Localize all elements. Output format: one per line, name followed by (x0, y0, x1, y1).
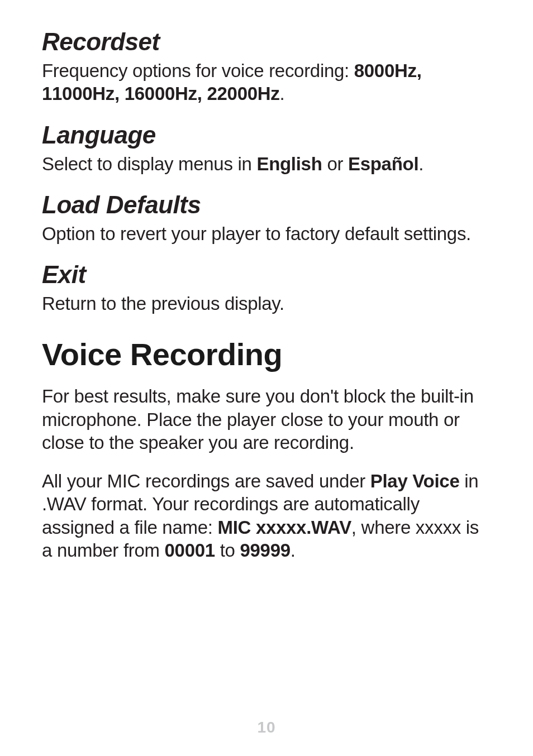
heading-language: Language (42, 121, 491, 149)
text-load-defaults: Option to revert your player to factory … (42, 222, 491, 245)
text-fragment: Select to display menus in (42, 154, 256, 174)
text-bold: Play Voice (370, 471, 460, 491)
text-fragment: Frequency options for voice recording: (42, 60, 354, 81)
text-fragment: . (279, 83, 284, 104)
heading-load-defaults: Load Defaults (42, 191, 491, 219)
heading-voice-recording: Voice Recording (42, 336, 491, 372)
text-fragment: . (291, 540, 296, 561)
text-bold: MIC xxxxx.WAV (217, 517, 351, 538)
text-bold: 00001 (165, 540, 215, 561)
text-bold: Español (348, 154, 418, 174)
text-fragment: All your MIC recordings are saved under (42, 471, 370, 491)
text-voice-recording-p1: For best results, make sure you don't bl… (42, 385, 491, 454)
text-fragment: to (215, 540, 240, 561)
text-recordset: Frequency options for voice recording: 8… (42, 59, 491, 106)
text-bold: 99999 (240, 540, 291, 561)
heading-recordset: Recordset (42, 28, 491, 56)
text-voice-recording-p2: All your MIC recordings are saved under … (42, 470, 491, 562)
text-fragment: . (418, 154, 423, 174)
text-language: Select to display menus in English or Es… (42, 152, 491, 175)
text-fragment: or (322, 154, 348, 174)
text-bold: English (256, 154, 322, 174)
page-number: 10 (0, 719, 533, 736)
text-exit: Return to the previous display. (42, 292, 491, 315)
heading-exit: Exit (42, 261, 491, 289)
